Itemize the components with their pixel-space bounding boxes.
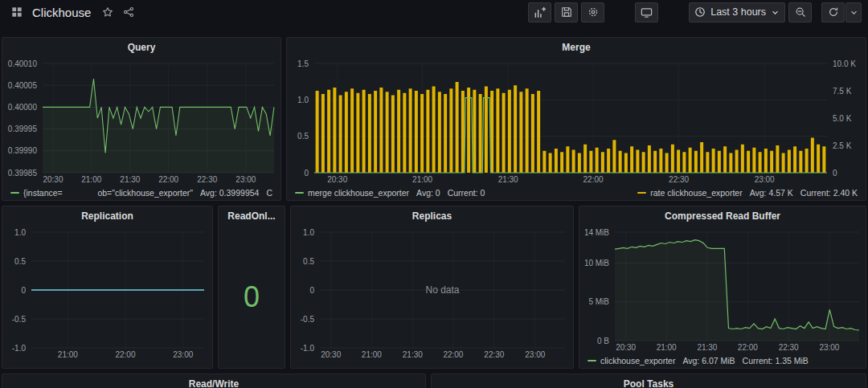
- merge-chart[interactable]: 00.51.01.502.5 K5.0 K7.5 K10.0 K20:3021:…: [287, 57, 866, 185]
- svg-text:20:30: 20:30: [43, 175, 63, 184]
- panel-merge-title[interactable]: Merge: [287, 38, 866, 57]
- svg-text:21:00: 21:00: [362, 350, 382, 359]
- series-avg: Avg: 4.57 K: [750, 188, 793, 198]
- panel-query-title[interactable]: Query: [2, 38, 280, 57]
- compressed-legend: clickhouse_exporter Avg: 6.07 MiB Curren…: [579, 353, 866, 368]
- svg-text:0 B: 0 B: [597, 337, 609, 345]
- merge-legend-rate-series[interactable]: rate clickhouse_exporter Avg: 4.57 K Cur…: [637, 188, 858, 198]
- svg-text:23:00: 23:00: [755, 175, 775, 184]
- grafana-dashboard: Clickhouse: [0, 0, 868, 388]
- series-color-dash: [10, 192, 19, 194]
- refresh-icon[interactable]: [821, 2, 845, 22]
- panel-pool-tasks: Pool Tasks: [431, 374, 866, 388]
- panel-compressed-read-buffer: Compressed Read Buffer 0 B5 MiB10 MiB14 …: [579, 206, 866, 369]
- panel-query: Query 0.399850.399900.399950.400000.4000…: [2, 37, 281, 201]
- panel-compressed-title[interactable]: Compressed Read Buffer: [579, 206, 866, 226]
- query-legend: {instance= ob="clickhouse_exporter" Avg:…: [2, 185, 280, 200]
- svg-text:21:30: 21:30: [498, 175, 518, 184]
- svg-text:20:30: 20:30: [616, 343, 636, 352]
- cycle-view-monitor-icon[interactable]: [635, 2, 658, 22]
- panel-merge: Merge 00.51.01.502.5 K5.0 K7.5 K10.0 K20…: [286, 37, 866, 201]
- panel-pool-tasks-title[interactable]: Pool Tasks: [432, 374, 866, 388]
- panel-replicas: Replicas -1.0-0.500.51.020:3021:0021:302…: [290, 206, 574, 369]
- series-avg: Avg: 6.07 MiB: [682, 356, 735, 366]
- svg-text:0.5: 0.5: [14, 257, 26, 266]
- svg-text:21:30: 21:30: [697, 343, 717, 352]
- svg-text:0.40000: 0.40000: [8, 103, 38, 112]
- chevron-down-icon: [771, 8, 780, 17]
- query-chart[interactable]: 0.399850.399900.399950.400000.400050.400…: [2, 57, 280, 185]
- svg-text:10 MiB: 10 MiB: [584, 259, 609, 268]
- svg-text:21:30: 21:30: [120, 175, 140, 184]
- zoom-out-icon[interactable]: [788, 2, 812, 22]
- series-current: Current: 1.35 MiB: [743, 356, 809, 366]
- svg-text:20:30: 20:30: [321, 350, 341, 359]
- svg-text:-0.5: -0.5: [12, 315, 27, 324]
- svg-text:0.5: 0.5: [303, 257, 314, 266]
- svg-text:0.40005: 0.40005: [8, 81, 38, 90]
- series-color-dash: [295, 192, 304, 194]
- svg-text:23:00: 23:00: [173, 350, 193, 359]
- series-color-dash: [637, 192, 646, 194]
- dashboard-title: Clickhouse: [32, 6, 91, 19]
- svg-text:20:30: 20:30: [327, 175, 347, 184]
- svg-text:0: 0: [304, 169, 309, 178]
- query-legend-series[interactable]: {instance=: [10, 188, 63, 198]
- clock-icon: [694, 6, 706, 18]
- panel-read-write: Read/Write: [2, 374, 426, 388]
- replicas-chart[interactable]: -1.0-0.500.51.020:3021:0021:3022:0022:30…: [291, 226, 573, 360]
- compressed-legend-series[interactable]: clickhouse_exporter Avg: 6.07 MiB Curren…: [588, 356, 809, 366]
- svg-text:No data: No data: [425, 284, 459, 296]
- merge-legend-merge-series[interactable]: merge clickhouse_exporter Avg: 0 Current…: [295, 188, 485, 198]
- svg-text:5 MiB: 5 MiB: [588, 297, 609, 306]
- replication-chart[interactable]: -1.0-0.500.51.021:0022:0023:00: [2, 226, 212, 360]
- svg-text:22:00: 22:00: [115, 350, 135, 359]
- readonly-stat-value: 0: [219, 226, 285, 368]
- svg-text:21:00: 21:00: [81, 175, 101, 184]
- query-legend-stats[interactable]: ob="clickhouse_exporter" Avg: 0.3999954 …: [97, 188, 272, 198]
- svg-text:21:00: 21:00: [657, 343, 677, 352]
- svg-text:0.5: 0.5: [297, 132, 309, 141]
- svg-text:22:30: 22:30: [669, 175, 689, 184]
- svg-text:0.39995: 0.39995: [8, 125, 38, 133]
- series-name: clickhouse_exporter: [600, 356, 675, 366]
- share-icon[interactable]: [120, 5, 137, 19]
- time-range-picker[interactable]: Last 3 hours: [689, 2, 785, 22]
- compressed-chart[interactable]: 0 B5 MiB10 MiB14 MiB20:3021:0021:3022:00…: [579, 226, 866, 353]
- series-current: Current: 0: [448, 188, 485, 198]
- svg-text:14 MiB: 14 MiB: [584, 228, 609, 237]
- series-color-dash: [588, 360, 596, 361]
- svg-text:1.0: 1.0: [303, 228, 314, 237]
- save-dashboard-button[interactable]: [555, 2, 578, 22]
- svg-text:23:00: 23:00: [819, 343, 839, 352]
- series-name: merge clickhouse_exporter: [308, 188, 409, 198]
- series-name: ob="clickhouse_exporter": [97, 188, 193, 198]
- svg-text:0.39990: 0.39990: [8, 146, 38, 155]
- svg-text:10.0 K: 10.0 K: [833, 59, 856, 68]
- merge-legend: merge clickhouse_exporter Avg: 0 Current…: [287, 185, 866, 200]
- panel-replicas-title[interactable]: Replicas: [291, 206, 573, 226]
- svg-text:22:30: 22:30: [779, 343, 799, 352]
- svg-text:21:00: 21:00: [412, 175, 432, 184]
- star-icon[interactable]: [99, 5, 117, 19]
- svg-text:0: 0: [21, 286, 26, 295]
- svg-text:-1.0: -1.0: [12, 344, 27, 353]
- add-panel-button[interactable]: [528, 2, 551, 22]
- series-avg: Avg: 0.3999954: [200, 188, 259, 198]
- dashboards-grid-icon[interactable]: [8, 5, 26, 19]
- panel-read-write-title[interactable]: Read/Write: [2, 374, 425, 388]
- panel-readonly-title[interactable]: ReadOnl...: [219, 206, 285, 226]
- dashboard-settings-gear-icon[interactable]: [581, 2, 604, 22]
- series-current-clipped: C: [266, 188, 272, 198]
- svg-text:22:30: 22:30: [197, 175, 217, 184]
- series-current: Current: 2.40 K: [800, 188, 858, 198]
- panel-readonly: ReadOnl... 0: [218, 206, 285, 369]
- refresh-interval-dropdown[interactable]: [845, 2, 862, 22]
- svg-text:22:00: 22:00: [583, 175, 604, 184]
- series-avg: Avg: 0: [416, 188, 440, 198]
- svg-text:22:00: 22:00: [158, 175, 178, 184]
- svg-text:5.0 K: 5.0 K: [833, 114, 852, 123]
- panel-replication-title[interactable]: Replication: [2, 206, 212, 226]
- svg-text:22:00: 22:00: [738, 343, 758, 352]
- svg-text:22:30: 22:30: [484, 350, 504, 359]
